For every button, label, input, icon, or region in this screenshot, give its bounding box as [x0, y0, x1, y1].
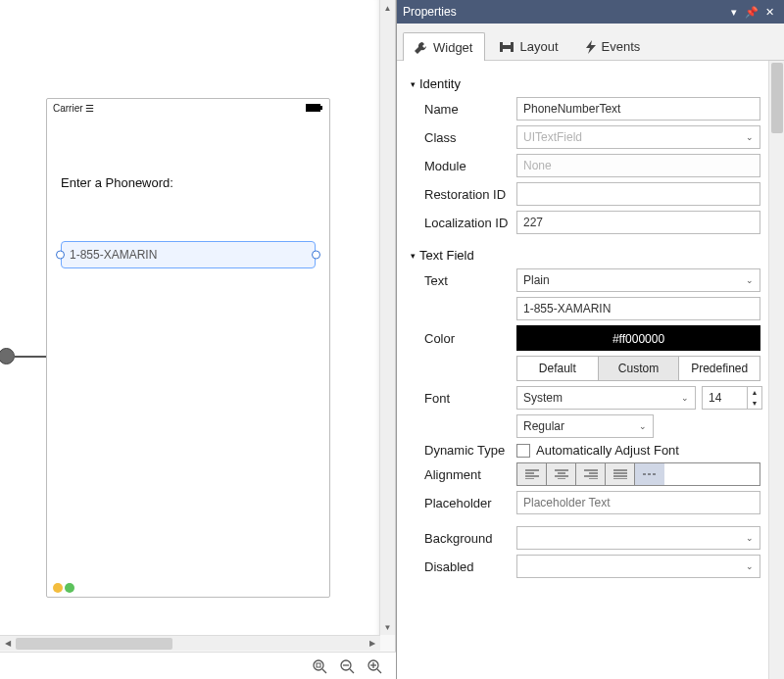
svg-rect-4 [317, 663, 320, 667]
scroll-down-icon[interactable]: ▼ [380, 619, 395, 635]
placeholder-input[interactable] [516, 491, 760, 514]
scrollbar-thumb[interactable] [16, 638, 172, 650]
svg-rect-0 [306, 104, 320, 112]
warning-dot-icon [53, 583, 63, 593]
font-weight-value: Regular [523, 419, 564, 433]
section-identity-header[interactable]: ▾ Identity [411, 76, 760, 91]
designer-scrollbar-horizontal[interactable]: ◀ ▶ [0, 635, 380, 651]
font-weight-select[interactable]: Regular ⌄ [516, 414, 654, 438]
chevron-down-icon: ⌄ [639, 421, 647, 431]
tab-widget[interactable]: Widget [403, 32, 485, 61]
wrench-icon [414, 41, 427, 55]
iphone-artboard[interactable]: Carrier ☰ Enter a Phoneword: 1-855-XAMAR… [46, 98, 330, 598]
font-size-stepper[interactable]: ▲▼ [702, 386, 760, 410]
module-label: Module [411, 159, 516, 173]
color-mode-segmented: Default Custom Predefined [516, 356, 760, 381]
lightning-icon [586, 40, 596, 54]
panel-titlebar[interactable]: Properties ▾ 📌 ✕ [397, 0, 784, 24]
section-identity: ▾ Identity Name Class UITextField ⌄ [411, 76, 760, 234]
color-label: Color [411, 331, 516, 346]
disabled-label: Disabled [411, 559, 516, 574]
align-center-button[interactable] [547, 463, 576, 485]
chevron-down-icon: ⌄ [746, 275, 754, 285]
text-color-swatch[interactable]: #ff000000 [516, 325, 760, 351]
text-value-input[interactable] [516, 297, 760, 320]
color-default-button[interactable]: Default [517, 357, 599, 380]
layout-icon [500, 42, 514, 52]
placeholder-label: Placeholder [411, 496, 516, 510]
color-predefined-button[interactable]: Predefined [679, 357, 760, 380]
svg-line-6 [350, 669, 354, 673]
pin-icon[interactable]: 📌 [743, 6, 760, 19]
ok-dot-icon [65, 583, 74, 593]
background-label: Background [411, 531, 516, 546]
stepper-up-icon[interactable]: ▲ [748, 387, 761, 398]
properties-tabs: Widget Layout Events [397, 24, 784, 61]
localization-id-input[interactable] [516, 211, 760, 234]
text-type-select[interactable]: Plain ⌄ [516, 268, 760, 292]
design-canvas[interactable]: Carrier ☰ Enter a Phoneword: 1-855-XAMAR… [0, 0, 380, 635]
section-textfield: ▾ Text Field Text Plain ⌄ [411, 248, 760, 578]
section-textfield-header[interactable]: ▾ Text Field [411, 248, 760, 263]
color-custom-button[interactable]: Custom [599, 357, 680, 380]
properties-panel: Properties ▾ 📌 ✕ Widget Layout Events [396, 0, 784, 679]
chevron-down-icon: ⌄ [681, 393, 689, 403]
prompt-label: Enter a Phoneword: [61, 175, 316, 190]
name-label: Name [411, 102, 516, 117]
status-bar: Carrier ☰ [47, 99, 329, 117]
svg-rect-14 [511, 42, 514, 52]
class-label: Class [411, 130, 516, 145]
zoom-fit-icon[interactable] [312, 658, 327, 674]
alignment-label: Alignment [411, 467, 516, 482]
svg-point-2 [314, 660, 323, 670]
font-family-value: System [523, 391, 563, 405]
chevron-down-icon: ⌄ [746, 561, 754, 571]
name-input[interactable] [516, 97, 760, 121]
wifi-icon: ☰ [85, 103, 94, 114]
align-right-button[interactable] [576, 463, 606, 485]
dynamic-type-checkbox[interactable] [516, 444, 530, 458]
panel-menu-icon[interactable]: ▾ [725, 6, 743, 19]
disabled-select[interactable]: ⌄ [516, 555, 760, 578]
alignment-segmented [516, 462, 760, 486]
zoom-out-icon[interactable] [339, 658, 355, 674]
align-left-button[interactable] [517, 463, 547, 485]
text-type-value: Plain [523, 273, 550, 287]
section-textfield-label: Text Field [419, 248, 474, 263]
zoom-in-icon[interactable] [367, 658, 382, 674]
module-input[interactable] [516, 154, 760, 177]
scroll-up-icon[interactable]: ▲ [380, 0, 395, 16]
scroll-left-icon[interactable]: ◀ [0, 636, 16, 651]
artboard-status-icons [53, 583, 74, 593]
class-value: UITextField [523, 130, 582, 144]
properties-scrollbar[interactable] [768, 61, 784, 679]
carrier-label: Carrier ☰ [53, 103, 94, 114]
class-select[interactable]: UITextField ⌄ [516, 125, 760, 149]
textfield-value: 1-855-XAMARIN [70, 248, 157, 262]
font-size-input[interactable] [702, 386, 747, 410]
close-icon[interactable]: ✕ [760, 6, 778, 19]
tab-events[interactable]: Events [575, 31, 654, 60]
stepper-down-icon[interactable]: ▼ [748, 398, 761, 409]
caret-down-icon: ▾ [411, 251, 416, 261]
svg-line-3 [322, 669, 326, 673]
battery-icon [306, 103, 323, 114]
restoration-id-input[interactable] [516, 182, 760, 206]
tab-layout[interactable]: Layout [489, 31, 570, 60]
panel-title: Properties [403, 5, 725, 19]
align-natural-button[interactable] [635, 463, 664, 485]
font-family-select[interactable]: System ⌄ [516, 386, 696, 410]
align-justify-button[interactable] [606, 463, 635, 485]
phoneword-textfield[interactable]: 1-855-XAMARIN [61, 241, 316, 268]
scrollbar-thumb[interactable] [771, 63, 783, 133]
resize-handle-right[interactable] [312, 251, 320, 260]
background-select[interactable]: ⌄ [516, 526, 760, 550]
restoration-id-label: Restoration ID [411, 187, 516, 202]
section-identity-label: Identity [419, 76, 461, 91]
scroll-right-icon[interactable]: ▶ [365, 636, 380, 651]
svg-line-9 [377, 669, 381, 673]
designer-scrollbar-vertical[interactable]: ▲ ▼ [379, 0, 395, 635]
resize-handle-left[interactable] [56, 251, 65, 260]
svg-rect-1 [320, 106, 322, 110]
svg-rect-13 [500, 42, 503, 52]
